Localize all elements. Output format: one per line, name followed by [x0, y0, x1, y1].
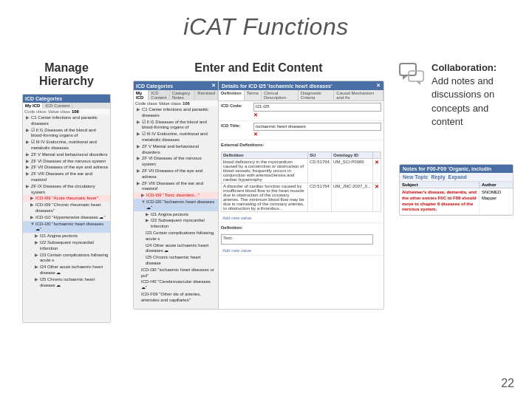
tree-item-icd-i20[interactable]: ▼ ICD-I20 "Ischaemic heart diseases ☁" [23, 221, 110, 233]
icd-title-input[interactable]: Ischaemic heart diseases [253, 123, 381, 132]
detail-tabs: Definition Terms Clinical Description Di… [219, 90, 383, 101]
tree-item-icd-i09[interactable]: ▶ ICD-I09 "Acute rheumatic fever" [23, 195, 110, 202]
tree-item-c1[interactable]: ▶ C1 Center infections and parasitic dis… [23, 115, 110, 127]
tree-i30[interactable]: ICD-I30 "ischaemic heart diseases or pul… [134, 267, 218, 279]
tree-label: ICD-I09 "Acute rheumatic fever" [35, 196, 98, 202]
cell-definition: blood deficiency in the myocardium cause… [222, 159, 308, 183]
hierarchy-tabs: My ICD ICD Content [23, 103, 110, 109]
remove-icon[interactable]: ✕ [375, 160, 379, 165]
add-definition-btn[interactable]: Add new value [221, 215, 253, 221]
collab-line3: concepts and [432, 103, 488, 114]
expand-icon: ▶ [26, 115, 31, 121]
tab-causal[interactable]: Causal Mechanism and As [334, 90, 383, 100]
cell-remove[interactable]: ✕ [373, 183, 381, 212]
col-definition: Definition [222, 152, 308, 159]
tree-i21[interactable]: ▶ I21 Angina pectoris [134, 211, 218, 218]
tree-item-v[interactable]: ▶ ZF V Mental and behavioural disorders [23, 151, 110, 158]
tree-item-icd-i10[interactable]: ▶ ICD-I09 "Chronic rheumatic heart disea… [23, 202, 110, 214]
add-definition-btn2[interactable]: Add new value [221, 248, 253, 253]
tree-vi[interactable]: ▶ ZF VI Diseases of the nervous system [134, 155, 218, 168]
tree-label: I24 Other acute ischaemic heart disease … [40, 265, 109, 276]
icd-title-value: Ischaemic heart diseases ✕ [253, 123, 381, 139]
tab-clinical[interactable]: Clinical Description [262, 90, 299, 100]
collab-title: Collaboration: [432, 62, 497, 73]
tab-remixed[interactable]: Remixed [195, 90, 218, 100]
tab-diagnostic[interactable]: Diagnostic Criteria [299, 90, 334, 100]
tab-icd-content[interactable]: ICD Content [43, 103, 72, 109]
icd-title-label: ICD Title: [221, 123, 250, 128]
tree-item-vii[interactable]: ▶ ZF VII Diseases of the eye and adnexa [23, 164, 110, 171]
tree-i25[interactable]: I25 Chronic ischaemic heart disease [134, 254, 218, 267]
tab-my-icd[interactable]: My ICD [23, 103, 43, 109]
collab-mock-panel: Notes for F00-F09 'Organic, includin New… [399, 164, 514, 216]
filter-code: Code class [135, 101, 157, 106]
col-ontology: Ontology ID [331, 152, 372, 159]
field-icd-title: ICD Title: Ischaemic heart diseases ✕ [219, 121, 383, 141]
definition-text-input[interactable]: Text: [221, 234, 373, 245]
tree-viii[interactable]: ▶ ZF VIII Diseases of the ear and mastoi… [134, 180, 218, 193]
svg-rect-0 [400, 64, 416, 75]
tree-item-ii[interactable]: ▶ ☑ II I1 Diseases of the blood and bloo… [23, 127, 110, 140]
tree-v[interactable]: ▶ ZF V Mental and behavioural disorders [134, 143, 218, 156]
tree-label: I22 Subsequent myocardial infarction [151, 218, 216, 230]
expand-icon: ▶ [35, 240, 40, 246]
tab-terms[interactable]: Terms [245, 90, 262, 100]
tree-c1[interactable]: ▶ C1 Center infections and parasitic dis… [134, 106, 218, 119]
tree-label: ICD-I40 "Cerebrovascular diseases ☁" [141, 279, 216, 291]
tree-i40[interactable]: ICD-I40 "Cerebrovascular diseases ☁" [134, 279, 218, 291]
close-icon[interactable]: ✕ [376, 83, 381, 89]
tree-i24[interactable]: I24 Other acute ischaemic heart diseases… [134, 242, 218, 255]
tree-label: ZF VII Diseases of the eye and adnexa [142, 168, 216, 180]
tree-label: ZF VI Diseases of the nervous system [31, 159, 106, 165]
tree-label: ☑ II I1 Diseases of the blood and blood-… [31, 128, 109, 140]
tab-icd-content2[interactable]: ICD Content [149, 90, 170, 100]
expand-icon: ▶ [30, 196, 35, 202]
tree-iii[interactable]: ▶ ☑ III IV Endocrine, nutritional and me… [134, 131, 218, 143]
clear-icon[interactable]: ✕ [253, 112, 258, 117]
panel-manage-hierarchy: Manage Hierarchy ICD Categories My ICD I… [15, 61, 118, 323]
cell-ontology: UM_JNC:2007_0... [331, 183, 372, 212]
tree-item-i24[interactable]: ▶ I24 Other acute ischaemic heart diseas… [23, 264, 110, 276]
col-author-header: Author [480, 182, 513, 188]
tree-ii[interactable]: ▶ ☑ II I1 Diseases of the blood and bloo… [134, 119, 218, 132]
table-row: A disorder of cardiac function caused by… [222, 183, 381, 212]
tab-my-icd[interactable]: My ICD [134, 90, 149, 100]
expand-btn[interactable]: Expand [449, 174, 467, 180]
tree-item-ix[interactable]: ▶ ZF IX Diseases of the circulatory syst… [23, 183, 110, 196]
tree-item-i23[interactable]: ▶ I23 Certain complications following ac… [23, 252, 110, 265]
tree-item-i22[interactable]: ▶ I22 Subsequent myocardial infarction [23, 239, 110, 252]
clear-icon[interactable]: ✕ [253, 132, 258, 137]
entry-author: SNOMED Mapper [480, 188, 513, 214]
expand-icon: ▶ [137, 120, 142, 126]
expand-icon: ▶ [30, 202, 35, 208]
tree-icd-i20[interactable]: ▼ ICD-I20 "Ischaemic heart diseases ☁" [134, 199, 218, 211]
tree-item-i25[interactable]: ▶ I25 Chronic ischaemic heart disease ☁ [23, 276, 110, 289]
title-italic: i [183, 13, 189, 40]
tab-definition[interactable]: Definition [219, 90, 245, 100]
tree-item-iii[interactable]: ▶ ☑ III IV Endocrine, nutritional and me… [23, 139, 110, 151]
tree-icd-i09[interactable]: ▶ ICD-I09 "Tonic disorders..." [134, 192, 218, 199]
tree-item-icd-i11[interactable]: ▶ ICD-I10 "Hypertensive diseases ☁" [23, 214, 110, 221]
close-icon[interactable]: ✕ [211, 83, 216, 89]
tree-vii[interactable]: ▶ ZF VII Diseases of the eye and adnexa [134, 168, 218, 180]
remove-icon[interactable]: ✕ [375, 184, 379, 189]
cell-ontology: UM_SCI:P0066 [331, 159, 372, 183]
enter-edit-label: Enter and Edit Content [194, 61, 322, 75]
tree-if09[interactable]: ICD-F09 "Other dis of arteries, arteriol… [134, 291, 218, 304]
reply-btn[interactable]: Reply [431, 174, 445, 180]
tree-item-viii[interactable]: ▶ ZF VIII Diseases of the ear and mastoi… [23, 171, 110, 183]
tree-label: C1 Center infections and parasitic disea… [31, 115, 109, 127]
tree-item-vi[interactable]: ▶ ZF VI Diseases of the nervous system [23, 158, 110, 165]
col-subject-header: Subject [400, 182, 480, 188]
tree-label: I23 Certain complications following acut… [146, 231, 216, 242]
mock-left-panel: ICD Categories ✕ My ICD ICD Content Cate… [134, 81, 219, 309]
tree-item-i21[interactable]: ▶ I21 Angina pectoris [23, 233, 110, 239]
expand-icon: ▶ [30, 215, 35, 221]
icd-code-input[interactable]: I21-I25 [253, 103, 381, 112]
tree-i22[interactable]: ▶ I22 Subsequent myocardial infarction [134, 217, 218, 230]
tab-cat-notes[interactable]: Category Notes [170, 90, 195, 100]
tree-i23[interactable]: I23 Certain complications following acut… [134, 230, 218, 242]
new-topic-btn[interactable]: New Topic [403, 174, 428, 180]
detail-header: Details for ICD I25 'Ischaemic heart dis… [219, 81, 383, 90]
cell-remove[interactable]: ✕ [373, 159, 381, 183]
